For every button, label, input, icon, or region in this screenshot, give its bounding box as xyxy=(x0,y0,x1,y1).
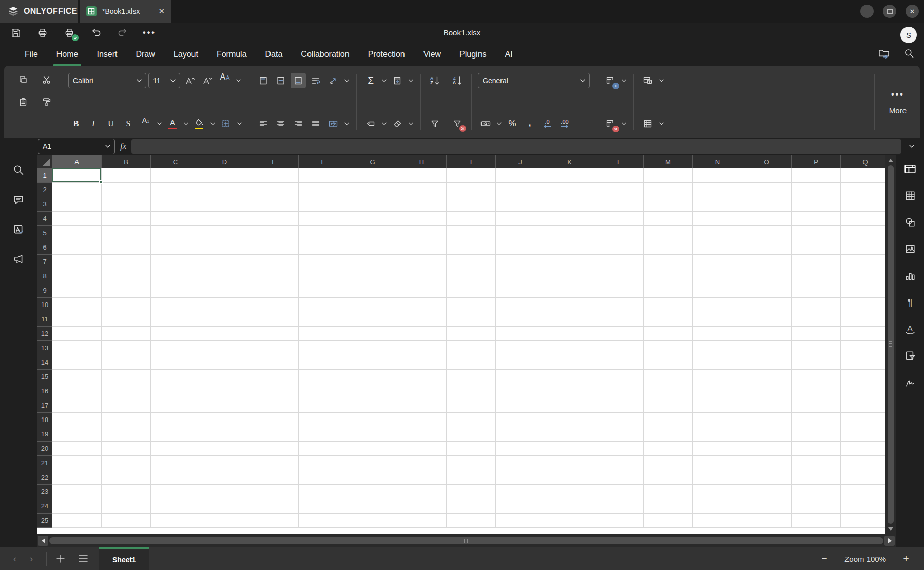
cell-Q12[interactable] xyxy=(841,327,886,341)
cell-L24[interactable] xyxy=(594,499,644,514)
cell-B17[interactable] xyxy=(102,398,151,413)
cell-E14[interactable] xyxy=(249,355,299,370)
cell-D11[interactable] xyxy=(200,312,249,327)
cell-M22[interactable] xyxy=(644,470,693,485)
image-settings-icon[interactable] xyxy=(901,240,919,258)
cell-G15[interactable] xyxy=(348,370,397,384)
cell-O6[interactable] xyxy=(742,240,792,255)
increase-font-size-button[interactable] xyxy=(182,73,198,88)
cell-M25[interactable] xyxy=(644,514,693,528)
cell-Q14[interactable] xyxy=(841,355,886,370)
cell-E25[interactable] xyxy=(249,514,299,528)
conditional-formatting-button[interactable] xyxy=(640,73,656,88)
tab-protection[interactable]: Protection xyxy=(368,43,405,66)
cell-Q15[interactable] xyxy=(841,370,886,384)
row-header-15[interactable]: 15 xyxy=(37,370,52,384)
cell-P13[interactable] xyxy=(792,341,841,355)
cell-M1[interactable] xyxy=(644,168,693,183)
cell-N23[interactable] xyxy=(693,485,742,499)
row-header-7[interactable]: 7 xyxy=(37,255,52,269)
cell-H5[interactable] xyxy=(397,226,447,240)
column-header-A[interactable]: A xyxy=(52,155,102,168)
cell-D17[interactable] xyxy=(200,398,249,413)
cell-H25[interactable] xyxy=(397,514,447,528)
column-header-K[interactable]: K xyxy=(545,155,594,168)
cell-A7[interactable] xyxy=(52,255,102,269)
cell-I22[interactable] xyxy=(447,470,496,485)
paragraph-settings-icon[interactable]: ¶ xyxy=(901,294,919,311)
cell-K5[interactable] xyxy=(545,226,594,240)
cell-J2[interactable] xyxy=(496,183,545,197)
cell-N2[interactable] xyxy=(693,183,742,197)
cell-O5[interactable] xyxy=(742,226,792,240)
cell-D19[interactable] xyxy=(200,427,249,442)
row-header-21[interactable]: 21 xyxy=(37,456,52,470)
change-case-button[interactable]: AA xyxy=(217,73,233,88)
cell-I10[interactable] xyxy=(447,298,496,312)
fill-down-button[interactable] xyxy=(390,73,405,88)
cell-P1[interactable] xyxy=(792,168,841,183)
font-size-select[interactable]: 11 xyxy=(148,73,180,88)
cell-P17[interactable] xyxy=(792,398,841,413)
autosum-button[interactable]: Σ xyxy=(363,73,378,88)
cell-H9[interactable] xyxy=(397,283,447,298)
text-art-settings-icon[interactable]: A xyxy=(901,320,919,338)
cell-N25[interactable] xyxy=(693,514,742,528)
cell-E23[interactable] xyxy=(249,485,299,499)
cell-N4[interactable] xyxy=(693,212,742,226)
column-header-L[interactable]: L xyxy=(594,155,644,168)
cell-O20[interactable] xyxy=(742,442,792,456)
cell-M7[interactable] xyxy=(644,255,693,269)
cell-C18[interactable] xyxy=(151,413,200,427)
column-header-J[interactable]: J xyxy=(496,155,545,168)
cell-F5[interactable] xyxy=(299,226,348,240)
row-header-12[interactable]: 12 xyxy=(37,327,52,341)
cut-button[interactable] xyxy=(39,72,54,87)
column-header-M[interactable]: M xyxy=(644,155,693,168)
cell-K15[interactable] xyxy=(545,370,594,384)
column-header-D[interactable]: D xyxy=(200,155,249,168)
tab-collaboration[interactable]: Collaboration xyxy=(301,43,349,66)
cell-D21[interactable] xyxy=(200,456,249,470)
cell-C8[interactable] xyxy=(151,269,200,283)
cell-J1[interactable] xyxy=(496,168,545,183)
cell-I11[interactable] xyxy=(447,312,496,327)
cell-I5[interactable] xyxy=(447,226,496,240)
cell-K24[interactable] xyxy=(545,499,594,514)
save-button[interactable] xyxy=(8,26,24,40)
cell-J8[interactable] xyxy=(496,269,545,283)
cell-A5[interactable] xyxy=(52,226,102,240)
cell-B25[interactable] xyxy=(102,514,151,528)
cell-J14[interactable] xyxy=(496,355,545,370)
cell-F17[interactable] xyxy=(299,398,348,413)
cell-F20[interactable] xyxy=(299,442,348,456)
sort-ascending-button[interactable]: AZ xyxy=(427,73,442,88)
cell-O11[interactable] xyxy=(742,312,792,327)
cell-I12[interactable] xyxy=(447,327,496,341)
cell-O21[interactable] xyxy=(742,456,792,470)
cell-E2[interactable] xyxy=(249,183,299,197)
cell-J23[interactable] xyxy=(496,485,545,499)
cell-F24[interactable] xyxy=(299,499,348,514)
cell-K21[interactable] xyxy=(545,456,594,470)
cell-L12[interactable] xyxy=(594,327,644,341)
cell-K12[interactable] xyxy=(545,327,594,341)
cell-P14[interactable] xyxy=(792,355,841,370)
cell-F4[interactable] xyxy=(299,212,348,226)
cell-F25[interactable] xyxy=(299,514,348,528)
cell-O2[interactable] xyxy=(742,183,792,197)
cell-O25[interactable] xyxy=(742,514,792,528)
cell-D14[interactable] xyxy=(200,355,249,370)
cell-N15[interactable] xyxy=(693,370,742,384)
font-color-dropdown-icon[interactable] xyxy=(182,116,189,131)
column-header-C[interactable]: C xyxy=(151,155,200,168)
cell-L18[interactable] xyxy=(594,413,644,427)
cell-A8[interactable] xyxy=(52,269,102,283)
cell-N11[interactable] xyxy=(693,312,742,327)
cell-M24[interactable] xyxy=(644,499,693,514)
cell-G22[interactable] xyxy=(348,470,397,485)
cell-F6[interactable] xyxy=(299,240,348,255)
cell-P6[interactable] xyxy=(792,240,841,255)
cell-G24[interactable] xyxy=(348,499,397,514)
close-button[interactable]: ✕ xyxy=(906,5,919,18)
